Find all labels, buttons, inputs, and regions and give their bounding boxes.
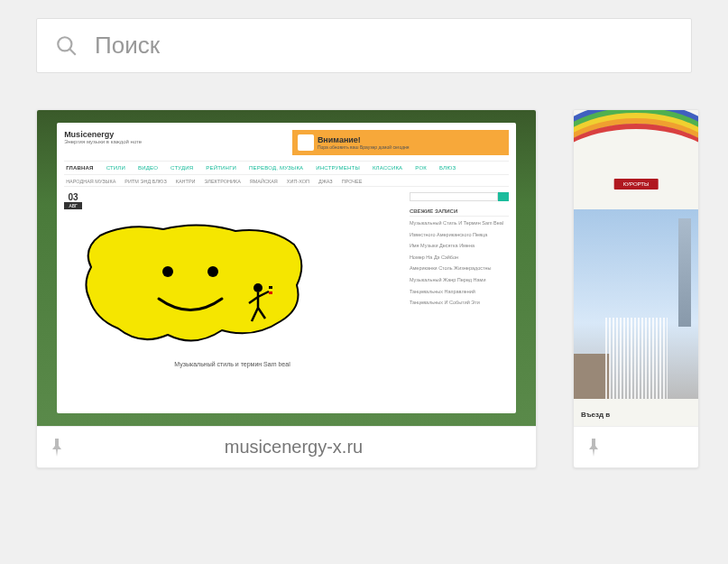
svg-point-3 [207,266,218,277]
rainbow-graphic [574,124,698,187]
speed-dial-tiles: Musicenergy Энергия музыки в каждой ноте… [0,109,728,468]
search-icon [55,34,78,58]
thumb-site-name: Musicenergy [64,130,142,139]
thumb-date: 03 АВГ [64,192,82,209]
tile-second[interactable]: КУРОРТЫ Въезд в [573,109,699,468]
thumb-caption: Въезд в [581,411,610,419]
thumb-ad-banner: Внимание! Пора обновить ваш Браузер домо… [292,130,509,155]
thumb-side-list: Музыкальный Стиль И Термин Sam Beal Изве… [410,220,509,306]
thumb-ad-title: Внимание! [318,135,410,144]
search-bar[interactable] [36,18,692,73]
svg-line-1 [69,49,76,55]
svg-rect-6 [269,289,272,291]
thumb-photo [574,209,698,399]
thumb-caption: Музыкальный стиль и термин Sam beal [64,361,401,367]
svg-rect-7 [269,291,272,294]
tile-label: musicenergy-x.ru [64,437,523,458]
pin-icon[interactable] [50,439,64,457]
svg-point-2 [162,266,173,277]
tile-musicenergy[interactable]: Musicenergy Энергия музыки в каждой ноте… [36,109,537,468]
thumb-button: КУРОРТЫ [614,179,659,190]
thumb-nav: ГЛАВНАЯ СТИЛИ ВИДЕО СТУДИЯ РЕЙТИНГИ ПЕРЕ… [64,161,509,175]
thumb-side-title: СВЕЖИЕ ЗАПИСИ [410,208,509,217]
tile-thumbnail: КУРОРТЫ Въезд в [574,110,698,426]
tile-footer [574,426,698,467]
search-input[interactable] [95,32,673,60]
svg-point-4 [253,283,263,292]
thumb-map-image [64,213,326,357]
thumb-search [410,192,509,201]
svg-point-0 [58,37,71,51]
thumb-subnav: НАРОДНАЯ МУЗЫКА РИТМ ЭНД БЛЮЗ КАНТРИ ЭЛЕ… [64,177,509,187]
svg-rect-5 [269,286,272,289]
pin-icon[interactable] [586,439,601,457]
tile-footer: musicenergy-x.ru [37,426,536,467]
thumb-site-tag: Энергия музыки в каждой ноте [64,139,142,144]
thumb-ad-sub: Пора обновить ваш Браузер домой сегодня [318,144,410,150]
tile-thumbnail: Musicenergy Энергия музыки в каждой ноте… [37,110,536,426]
